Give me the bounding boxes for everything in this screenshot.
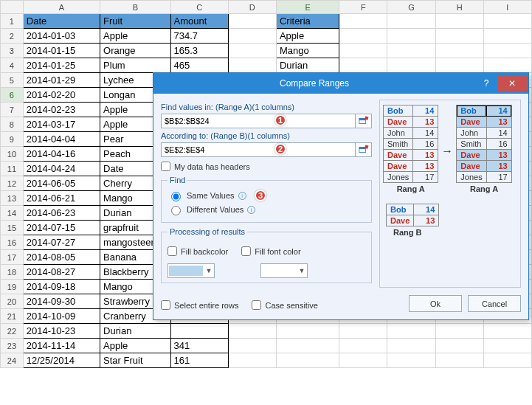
cell[interactable]: 2014-07-27 — [23, 235, 100, 250]
row-header[interactable]: 12 — [1, 176, 24, 191]
fill-backcolor-row[interactable]: Fill backcolor — [167, 246, 228, 256]
cell[interactable] — [435, 44, 483, 58]
row-header[interactable]: 2 — [1, 29, 24, 44]
cell[interactable]: 2014-06-21 — [23, 191, 100, 206]
row-header[interactable]: 14 — [1, 206, 24, 221]
has-headers-checkbox[interactable] — [161, 162, 170, 171]
backcolor-dropdown[interactable]: ▼ — [167, 263, 215, 278]
column-header-H[interactable]: H — [435, 1, 483, 14]
cell[interactable] — [435, 353, 483, 368]
column-header-B[interactable]: B — [100, 1, 170, 14]
cell[interactable] — [276, 324, 339, 339]
cell[interactable] — [435, 14, 483, 29]
cell[interactable]: 2014-01-29 — [23, 73, 100, 88]
cell[interactable] — [483, 29, 531, 44]
cell[interactable] — [387, 44, 435, 58]
column-header-G[interactable]: G — [387, 1, 435, 14]
cell[interactable]: Durian — [100, 324, 170, 339]
cell[interactable]: 2014-08-05 — [23, 250, 100, 265]
cell[interactable] — [228, 339, 276, 353]
row-header[interactable]: 22 — [1, 324, 24, 339]
cell[interactable]: 2014-10-09 — [23, 309, 100, 324]
cell[interactable]: Apple — [276, 29, 339, 44]
cell[interactable]: 2014-09-30 — [23, 294, 100, 309]
dialog-titlebar[interactable]: Compare Ranges ? ✕ — [153, 73, 528, 94]
fill-backcolor-checkbox[interactable] — [167, 246, 177, 256]
cell[interactable] — [483, 353, 531, 368]
info-icon[interactable]: i — [238, 192, 246, 200]
cell[interactable]: Durian — [276, 58, 339, 73]
row-header[interactable]: 21 — [1, 309, 24, 324]
row-header[interactable]: 6 — [1, 88, 24, 103]
info-icon[interactable]: i — [247, 206, 255, 214]
cell[interactable] — [170, 324, 228, 339]
column-header-E[interactable]: E — [276, 1, 339, 14]
row-header[interactable]: 1 — [1, 14, 24, 29]
cell[interactable]: 2014-01-03 — [23, 29, 100, 44]
same-values-radio-row[interactable]: Same Values i 3 — [167, 190, 365, 201]
cell[interactable]: 341 — [170, 339, 228, 353]
row-header[interactable]: 5 — [1, 73, 24, 88]
cell[interactable] — [387, 29, 435, 44]
different-values-radio[interactable] — [171, 206, 181, 215]
row-header[interactable]: 10 — [1, 147, 24, 162]
row-header[interactable]: 20 — [1, 294, 24, 309]
close-button[interactable]: ✕ — [497, 75, 527, 91]
cell[interactable]: Criteria — [276, 14, 339, 29]
cell[interactable]: 2014-11-14 — [23, 339, 100, 353]
cell[interactable] — [387, 324, 435, 339]
row-header[interactable]: 8 — [1, 117, 24, 132]
cell[interactable] — [339, 44, 387, 58]
cell[interactable]: Fruit — [100, 14, 170, 29]
fontcolor-dropdown[interactable]: ▼ — [260, 263, 308, 278]
cell[interactable]: 161 — [170, 353, 228, 368]
range-b-ref-button[interactable] — [356, 142, 372, 157]
cell[interactable]: 2014-02-23 — [23, 103, 100, 117]
row-header[interactable]: 11 — [1, 162, 24, 176]
cell[interactable] — [339, 339, 387, 353]
cell[interactable]: 2014-04-24 — [23, 162, 100, 176]
column-header-D[interactable]: D — [228, 1, 276, 14]
cell[interactable] — [276, 353, 339, 368]
cell[interactable] — [387, 353, 435, 368]
cell[interactable]: 2014-04-16 — [23, 147, 100, 162]
row-header[interactable]: 15 — [1, 221, 24, 235]
cell[interactable]: 2014-07-15 — [23, 221, 100, 235]
column-header-I[interactable]: I — [483, 1, 531, 14]
cell[interactable]: Plum — [100, 58, 170, 73]
cell[interactable] — [435, 339, 483, 353]
cell[interactable] — [435, 29, 483, 44]
ok-button[interactable]: Ok — [409, 295, 462, 312]
cell[interactable]: Amount — [170, 14, 228, 29]
select-entire-rows-row[interactable]: Select entire rows — [161, 300, 238, 310]
cell[interactable]: Apple — [100, 339, 170, 353]
range-b-input[interactable] — [161, 142, 356, 157]
cell[interactable]: 12/25/2014 — [23, 353, 100, 368]
cell[interactable] — [339, 29, 387, 44]
row-header[interactable]: 23 — [1, 339, 24, 353]
row-header[interactable]: 16 — [1, 235, 24, 250]
same-values-radio[interactable] — [171, 192, 181, 201]
cell[interactable]: 2014-06-23 — [23, 206, 100, 221]
cell[interactable]: 2014-06-05 — [23, 176, 100, 191]
cell[interactable] — [228, 353, 276, 368]
cell[interactable] — [339, 58, 387, 73]
case-sensitive-row[interactable]: Case sensitive — [252, 300, 318, 310]
help-button[interactable]: ? — [475, 75, 497, 91]
cell[interactable]: 2014-03-17 — [23, 117, 100, 132]
cell[interactable]: 2014-02-20 — [23, 88, 100, 103]
row-header[interactable]: 24 — [1, 353, 24, 368]
column-header-F[interactable]: F — [339, 1, 387, 14]
cell[interactable] — [483, 14, 531, 29]
select-entire-rows-checkbox[interactable] — [161, 300, 170, 310]
case-sensitive-checkbox[interactable] — [252, 300, 261, 310]
row-header[interactable]: 19 — [1, 280, 24, 294]
cell[interactable]: Star Fruit — [100, 353, 170, 368]
range-a-ref-button[interactable] — [356, 114, 372, 128]
different-values-radio-row[interactable]: Different Values i — [167, 204, 365, 215]
fill-fontcolor-checkbox[interactable] — [241, 246, 251, 256]
cell[interactable] — [483, 339, 531, 353]
row-header[interactable]: 7 — [1, 103, 24, 117]
cell[interactable] — [339, 14, 387, 29]
has-headers-checkbox-row[interactable]: My data has headers — [161, 162, 372, 171]
